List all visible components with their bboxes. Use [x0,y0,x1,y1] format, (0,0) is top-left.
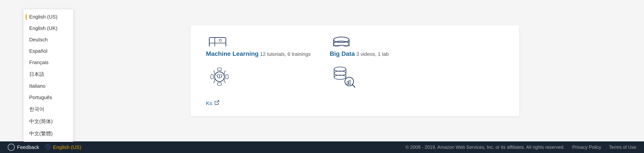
language-item-en-us[interactable]: English (US) [24,11,73,23]
language-item-es[interactable]: Español [24,45,73,57]
svg-line-17 [352,85,355,87]
ml-title[interactable]: Machine Learning [206,50,258,57]
svg-point-14 [334,75,346,79]
language-item-ja[interactable]: 日本語 [24,68,73,80]
all-resources-link[interactable]: Ks [206,100,212,106]
svg-point-15 [334,71,346,75]
language-item-fr[interactable]: Français [24,57,73,68]
privacy-policy-link[interactable]: Privacy Policy [572,145,601,150]
external-link-icon [214,100,220,107]
language-item-pt[interactable]: Português [24,92,73,103]
card-big-data: Big Data 3 videos, 1 lab [330,35,442,57]
bigdata-icon-partial [330,35,353,46]
main-content: Machine Learning 12 tutorials, 6 trainin… [0,0,644,142]
bigdata-title[interactable]: Big Data [330,50,355,57]
language-item-en-uk[interactable]: English (UK) [24,23,73,34]
globe-icon [45,144,51,151]
language-item-zh-tw[interactable]: 中文(繁體) [24,128,73,140]
svg-rect-18 [347,82,348,84]
ml-subtitle: 12 tutorials, 6 trainings [260,51,311,57]
ml-icon-large [206,63,318,90]
language-dropdown: English (US) English (UK) Deutsch Españo… [23,9,74,142]
copyright-text: © 2008 - 2019, Amazon Web Services, Inc.… [406,145,565,150]
selected-language-label: English (US) [53,144,81,150]
card-machine-learning: Machine Learning 12 tutorials, 6 trainin… [206,35,318,57]
language-item-it[interactable]: Italiano [24,80,73,92]
feedback-label: Feedback [17,144,39,150]
language-item-zh-cn[interactable]: 中文(简体) [24,115,73,128]
svg-point-3 [219,39,222,41]
language-item-de[interactable]: Deutsch [24,34,73,45]
bigdata-icon-large [330,63,442,90]
bottom-bar: Feedback English (US) © 2008 - 2019, Ama… [0,142,644,153]
svg-point-11 [334,67,346,71]
link-row: Ks [206,98,504,107]
language-item-ko[interactable]: 한국어 [24,103,73,115]
bottom-left: Feedback English (US) [8,144,81,151]
svg-line-21 [216,101,219,103]
svg-rect-0 [209,37,226,46]
feedback-button[interactable]: Feedback [8,144,39,151]
svg-rect-19 [349,80,350,84]
ml-icon-partial [206,35,229,46]
bottom-right: © 2008 - 2019, Amazon Web Services, Inc.… [406,145,636,150]
bigdata-subtitle: 3 videos, 1 lab [356,51,389,57]
terms-of-use-link[interactable]: Terms of Use [609,145,636,150]
language-selector-button[interactable]: English (US) [45,144,81,151]
feedback-icon [8,144,15,151]
